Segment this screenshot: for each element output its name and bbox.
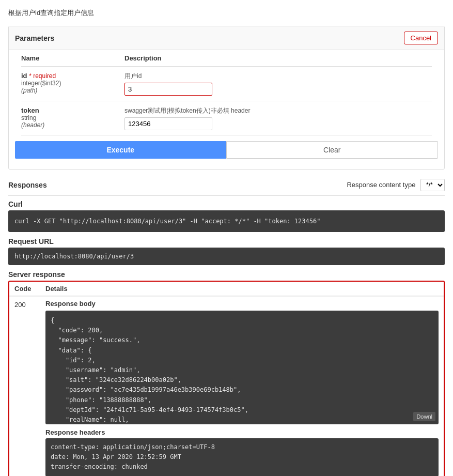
- param-token-label: token: [21, 106, 124, 114]
- request-url-section: Request URL http://localhost:8080/api/us…: [8, 237, 445, 265]
- content-type-label: Response content type: [347, 181, 415, 189]
- server-response-cols: Code Details: [9, 282, 444, 296]
- param-id-required: * required: [29, 72, 56, 80]
- param-name-cell-id: id * required integer($int32) (path): [21, 72, 124, 94]
- parameters-title: Parameters: [15, 34, 54, 42]
- request-url-code: http://localhost:8080/api/user/3: [8, 248, 445, 265]
- response-detail-col: Response body { "code": 200, "message": …: [40, 297, 444, 476]
- param-id-input[interactable]: [124, 83, 212, 96]
- param-token-type: string: [21, 114, 124, 121]
- param-token-desc-cell: swagger测试用(模拟token传入)非必填 header: [124, 106, 432, 130]
- param-name-cell-token: token string (header): [21, 106, 124, 129]
- parameters-section: Parameters Cancel Name Description id * …: [8, 26, 445, 170]
- param-row-id: id * required integer($int32) (path) 用户i…: [21, 67, 432, 101]
- param-id-desc: 用户id: [124, 72, 432, 81]
- parameters-header: Parameters Cancel: [9, 26, 444, 50]
- params-table: Name Description id * required integer($…: [15, 50, 438, 136]
- param-row-token: token string (header) swagger测试用(模拟token…: [21, 101, 432, 136]
- curl-section: Curl curl -X GET "http://localhost:8080/…: [8, 200, 445, 232]
- server-response-label: Server response: [8, 270, 445, 279]
- content-type-container: Response content type */*: [347, 179, 445, 191]
- request-url-label: Request URL: [8, 237, 445, 245]
- response-body-code[interactable]: { "code": 200, "message": "success.", "d…: [45, 311, 439, 424]
- col-name-header: Name: [21, 54, 124, 62]
- page-title: 根据用户id查询指定用户信息: [8, 5, 445, 21]
- server-response-section: Code Details 200 Response body { "code":…: [8, 281, 445, 476]
- param-id-desc-cell: 用户id: [124, 72, 432, 96]
- server-response-body-row: 200 Response body { "code": 200, "messag…: [9, 296, 444, 476]
- cancel-button[interactable]: Cancel: [404, 32, 438, 44]
- col-desc-header: Description: [124, 54, 432, 62]
- params-table-header: Name Description: [21, 50, 432, 67]
- response-headers-label: Response headers: [45, 428, 439, 436]
- param-id-location: (path): [21, 87, 124, 94]
- code-col-header: Code: [14, 285, 45, 293]
- response-headers-code: content-type: application/json;charset=U…: [45, 438, 439, 476]
- param-id-type: integer($int32): [21, 80, 124, 87]
- param-token-input[interactable]: [124, 117, 212, 130]
- response-code: 200: [9, 297, 40, 476]
- curl-code: curl -X GET "http://localhost:8080/api/u…: [8, 210, 445, 232]
- execute-row: Execute Clear: [15, 141, 438, 159]
- download-button[interactable]: Downl: [413, 412, 435, 421]
- responses-header: Responses Response content type */*: [8, 175, 445, 196]
- page-wrapper: 根据用户id查询指定用户信息 Parameters Cancel Name De…: [0, 0, 453, 476]
- execute-button[interactable]: Execute: [15, 141, 226, 159]
- clear-button[interactable]: Clear: [226, 141, 439, 159]
- response-body-label: Response body: [45, 300, 439, 308]
- param-token-location: (header): [21, 121, 124, 129]
- param-id-label: id: [21, 72, 27, 80]
- param-token-desc: swagger测试用(模拟token传入)非必填 header: [124, 106, 432, 115]
- content-type-select[interactable]: */*: [420, 179, 445, 191]
- curl-label: Curl: [8, 200, 445, 208]
- details-col-header: Details: [45, 285, 68, 293]
- response-body-wrapper: { "code": 200, "message": "success.", "d…: [45, 311, 439, 424]
- responses-header-title: Responses: [8, 181, 47, 189]
- param-id-name: id * required: [21, 72, 124, 80]
- params-body: Name Description id * required integer($…: [9, 50, 444, 169]
